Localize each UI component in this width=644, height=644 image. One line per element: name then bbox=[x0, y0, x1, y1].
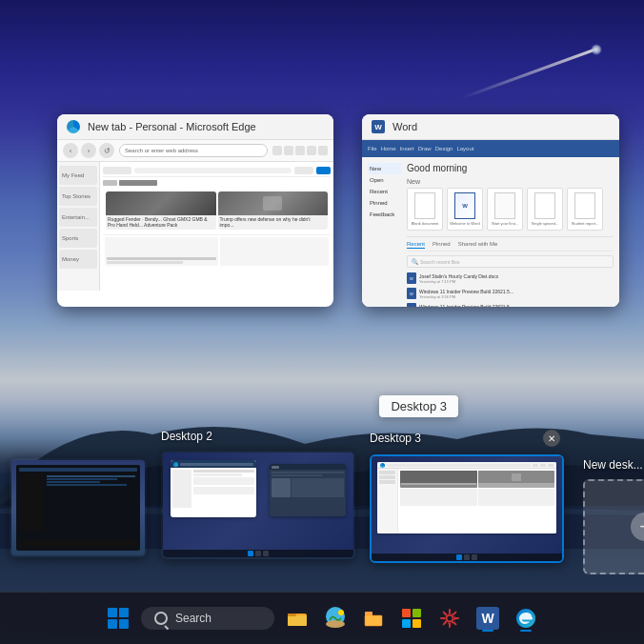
edge-sidebar: My Feed Top Stories Entertain... Sports … bbox=[57, 162, 100, 291]
edge-window-title: New tab - Personal - Microsoft Edge bbox=[88, 121, 256, 132]
word-icon: W bbox=[372, 120, 385, 133]
word-file-icon-3: W bbox=[407, 303, 416, 307]
desktop2-thumb[interactable] bbox=[161, 451, 355, 559]
word-nav: New Open Recent Pinned Feedback bbox=[368, 163, 401, 307]
new-desktop-label: New desk... bbox=[583, 458, 643, 472]
svg-point-6 bbox=[326, 620, 345, 628]
word-ribbon-home[interactable]: Home bbox=[381, 146, 396, 151]
word-main: Good morning New Blank document W Welcom… bbox=[407, 163, 614, 307]
windows-logo bbox=[108, 608, 129, 629]
windows-logo-br bbox=[119, 619, 129, 629]
windows-logo-tr bbox=[119, 608, 129, 617]
settings-icon[interactable] bbox=[434, 603, 465, 634]
desktop2-content bbox=[163, 453, 353, 557]
svg-rect-13 bbox=[402, 619, 411, 628]
desktop1-item bbox=[10, 458, 147, 557]
word-file-icon-2: W bbox=[407, 288, 416, 299]
word-recent-item-1[interactable]: W Josef Stalin's Hourly Candy Diet.docx … bbox=[407, 271, 614, 286]
edge-taskbar-icon[interactable] bbox=[511, 603, 541, 634]
edge-sidebar-entertainment[interactable]: Entertain... bbox=[59, 208, 97, 227]
word-nav-feedback[interactable]: Feedback bbox=[368, 209, 401, 220]
word-shared-tab[interactable]: Shared with Me bbox=[458, 241, 498, 249]
svg-rect-14 bbox=[413, 619, 421, 628]
svg-point-7 bbox=[338, 610, 344, 615]
word-ribbon-design[interactable]: Design bbox=[435, 146, 453, 151]
news-item-2[interactable]: Trump offers new defense on why he didn'… bbox=[218, 191, 329, 230]
edge-icon bbox=[67, 120, 80, 133]
word-window-content: File Home Insert Draw Design Layout New … bbox=[362, 140, 619, 307]
desktops-bar: Desktop 2 bbox=[0, 430, 644, 587]
desktop3-label: Desktop 3 bbox=[370, 432, 421, 445]
svg-rect-12 bbox=[413, 609, 421, 617]
add-desktop-icon[interactable]: + bbox=[631, 513, 644, 541]
desktop3-close-btn[interactable]: ✕ bbox=[543, 430, 560, 447]
desktop2-label: Desktop 2 bbox=[161, 430, 212, 443]
start-button[interactable] bbox=[103, 603, 133, 634]
beach-icon[interactable] bbox=[320, 603, 351, 634]
new-desktop-box[interactable]: + bbox=[583, 479, 644, 574]
search-icon bbox=[154, 612, 168, 625]
word-recent-item-2[interactable]: W Windows 11 Insider Preview Build 22621… bbox=[407, 286, 614, 301]
edge-sidebar-myfeed[interactable]: My Feed bbox=[59, 166, 97, 185]
taskbar-search[interactable]: Search bbox=[141, 607, 274, 630]
current-desktop-label: Desktop 3 bbox=[379, 395, 458, 417]
edge-main-content: Rugged Fender · Bendy... Ghost GMX2 GMB … bbox=[100, 162, 333, 291]
word-nav-new[interactable]: New bbox=[368, 163, 401, 174]
news-item-1[interactable]: Rugged Fender · Bendy... Ghost GMX2 GMB … bbox=[106, 191, 216, 230]
desktop3-content bbox=[372, 456, 562, 561]
word-recent-item-3[interactable]: W Windows 11 Insider Preview Build 22621… bbox=[407, 301, 614, 307]
word-ribbon-layout[interactable]: Layout bbox=[456, 146, 473, 151]
news-grid: Rugged Fender · Bendy... Ghost GMX2 GMB … bbox=[103, 189, 331, 232]
edge-window-content: ‹ › ↺ Search or enter web address bbox=[57, 140, 333, 292]
edge-window-header: New tab - Personal - Microsoft Edge bbox=[57, 114, 333, 140]
word-pinned-tab[interactable]: Pinned bbox=[433, 241, 451, 249]
word-file-icon-1: W bbox=[407, 272, 416, 284]
word-ribbon-file[interactable]: File bbox=[368, 146, 377, 151]
files-icon[interactable] bbox=[358, 603, 389, 634]
edge-sidebar-topstories[interactable]: Top Stories bbox=[59, 187, 97, 206]
word-nav-pinned[interactable]: Pinned bbox=[368, 197, 401, 209]
desktop3-item: Desktop 3 ✕ bbox=[370, 430, 564, 563]
word-template-student[interactable]: Student report... bbox=[567, 188, 603, 231]
windows-logo-bl bbox=[108, 619, 117, 629]
news-item-2-text: Trump offers new defense on why he didn'… bbox=[218, 215, 329, 229]
desktop3-thumb[interactable] bbox=[370, 454, 564, 563]
word-template-spaced[interactable]: Single spaced... bbox=[527, 188, 563, 231]
edge-window-thumb[interactable]: New tab - Personal - Microsoft Edge ‹ › … bbox=[57, 114, 333, 307]
edge-page-content: My Feed Top Stories Entertain... Sports … bbox=[57, 162, 333, 291]
word-ribbon-draw[interactable]: Draw bbox=[418, 146, 432, 151]
edge-toolbar: ‹ › ↺ Search or enter web address bbox=[57, 140, 333, 162]
edge-sidebar-sports[interactable]: Sports bbox=[59, 229, 97, 248]
search-label: Search bbox=[175, 612, 211, 625]
edge-refresh-btn[interactable]: ↺ bbox=[99, 143, 114, 158]
word-window-header: W Word bbox=[362, 114, 619, 140]
windows-logo-tl bbox=[108, 608, 117, 617]
word-window-thumb[interactable]: W Word File Home Insert Draw Design Layo… bbox=[362, 114, 619, 307]
new-desktop-item[interactable]: New desk... + bbox=[583, 458, 644, 574]
desktop2-item: Desktop 2 bbox=[161, 430, 355, 559]
svg-rect-11 bbox=[402, 609, 411, 617]
edge-back-btn[interactable]: ‹ bbox=[63, 143, 78, 158]
word-template-welcome[interactable]: W Welcome to Word bbox=[447, 188, 483, 231]
svg-rect-9 bbox=[365, 615, 382, 626]
word-nav-recent[interactable]: Recent bbox=[368, 186, 401, 197]
word-template-blank[interactable]: Blank document bbox=[407, 188, 443, 231]
word-taskbar-icon[interactable]: W bbox=[473, 603, 503, 634]
taskbar: Search bbox=[0, 592, 644, 644]
news-item-1-text: Rugged Fender · Bendy... Ghost GMX2 GMB … bbox=[106, 215, 216, 229]
edge-sidebar-money[interactable]: Money bbox=[59, 250, 97, 269]
desktop1-content bbox=[11, 460, 145, 555]
desktop1-thumb[interactable] bbox=[10, 458, 147, 557]
word-ribbon-insert[interactable]: Insert bbox=[400, 146, 414, 151]
microsoft-store-icon[interactable] bbox=[396, 603, 427, 634]
word-recent-tab[interactable]: Recent bbox=[407, 241, 425, 249]
edge-forward-btn[interactable]: › bbox=[81, 143, 96, 158]
current-desktop-label-text: Desktop 3 bbox=[391, 399, 447, 413]
svg-rect-4 bbox=[288, 614, 296, 616]
file-explorer-icon[interactable] bbox=[282, 603, 312, 634]
word-templates: Blank document W Welcome to Word Start y… bbox=[407, 188, 614, 231]
word-template-offer[interactable]: Start your first... bbox=[487, 188, 523, 231]
word-body: New Open Recent Pinned Feedback Good mor… bbox=[362, 157, 619, 307]
edge-address-bar[interactable]: Search or enter web address bbox=[119, 144, 268, 157]
word-nav-open[interactable]: Open bbox=[368, 174, 401, 186]
